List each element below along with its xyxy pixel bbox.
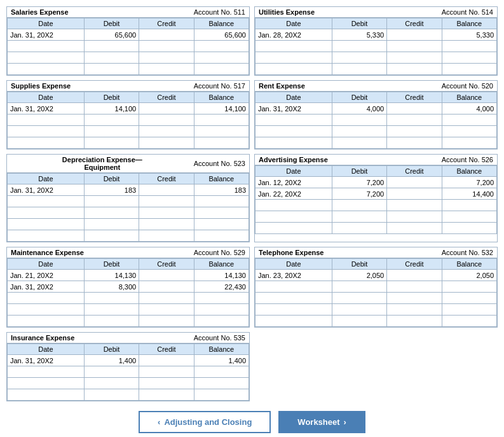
account-no-advertising: Account No. 526 bbox=[442, 156, 493, 163]
col-debit: Debit bbox=[332, 92, 386, 103]
ledger-supplies-expense: Supplies Expense Account No. 517 Date De… bbox=[6, 80, 250, 149]
account-title-utilities: Utilities Expense bbox=[259, 8, 315, 16]
ledger-telephone-expense: Telephone Expense Account No. 532 Date D… bbox=[254, 247, 498, 328]
navigation-bar: ‹ Adjusting and Closing Worksheet › bbox=[5, 405, 499, 437]
cell-balance: 14,130 bbox=[194, 270, 249, 281]
cell-debit: 183 bbox=[84, 184, 139, 196]
cell-debit: 1,400 bbox=[84, 355, 139, 366]
cell-debit: 65,600 bbox=[84, 29, 139, 41]
col-credit: Credit bbox=[387, 166, 442, 177]
cell-balance: 22,430 bbox=[194, 281, 249, 293]
cell-date: Jan. 12, 20X2 bbox=[255, 177, 332, 188]
account-no-insurance: Account No. 535 bbox=[194, 334, 245, 342]
cell-debit: 2,050 bbox=[332, 270, 386, 281]
cell-credit bbox=[139, 281, 194, 293]
col-credit: Credit bbox=[139, 174, 194, 184]
account-header-utilities: Utilities Expense Account No. 514 bbox=[255, 7, 497, 18]
col-date: Date bbox=[255, 18, 332, 29]
ledger-insurance-expense: Insurance Expense Account No. 535 Date D… bbox=[6, 332, 250, 401]
table-row: Jan. 12, 20X2 7,200 7,200 bbox=[255, 177, 497, 188]
col-date: Date bbox=[8, 18, 85, 29]
ledger-advertising-expense: Advertising Expense Account No. 526 Date… bbox=[254, 154, 498, 242]
table-row bbox=[255, 281, 497, 293]
next-button[interactable]: Worksheet › bbox=[278, 411, 365, 433]
table-row bbox=[8, 378, 249, 389]
cell-credit bbox=[139, 270, 194, 281]
col-credit: Credit bbox=[387, 18, 442, 29]
account-header-supplies: Supplies Expense Account No. 517 bbox=[7, 81, 249, 92]
col-debit: Debit bbox=[84, 259, 139, 270]
cell-debit: 5,330 bbox=[332, 29, 386, 41]
table-row bbox=[8, 389, 249, 401]
account-no-salaries: Account No. 511 bbox=[194, 8, 245, 16]
table-row bbox=[8, 126, 249, 137]
col-credit: Credit bbox=[387, 259, 442, 270]
col-balance: Balance bbox=[442, 259, 496, 270]
account-title-depreciation: Depreciation Expense—Equipment bbox=[11, 156, 194, 171]
account-title-rent: Rent Expense bbox=[259, 82, 305, 90]
account-header-telephone: Telephone Expense Account No. 532 bbox=[255, 247, 497, 258]
account-header-salaries: Salaries Expense Account No. 511 bbox=[7, 7, 249, 18]
cell-balance: 183 bbox=[194, 184, 249, 196]
account-no-supplies: Account No. 517 bbox=[194, 82, 245, 90]
account-header-insurance: Insurance Expense Account No. 535 bbox=[7, 333, 249, 343]
table-row bbox=[8, 230, 249, 242]
empty-placeholder bbox=[253, 331, 499, 403]
table-row bbox=[8, 316, 249, 327]
prev-button[interactable]: ‹ Adjusting and Closing bbox=[139, 411, 271, 433]
cell-credit bbox=[387, 188, 442, 200]
col-debit: Debit bbox=[332, 166, 386, 177]
cell-debit: 7,200 bbox=[332, 188, 386, 200]
cell-debit: 14,100 bbox=[84, 103, 139, 114]
col-debit: Debit bbox=[332, 18, 386, 29]
col-date: Date bbox=[8, 174, 85, 184]
col-date: Date bbox=[8, 92, 85, 103]
col-date: Date bbox=[255, 166, 332, 177]
cell-debit: 4,000 bbox=[332, 103, 386, 114]
table-row: Jan. 31, 20X2 65,600 65,600 bbox=[8, 29, 249, 41]
cell-credit bbox=[139, 184, 194, 196]
table-row: Jan. 28, 20X2 5,330 5,330 bbox=[255, 29, 497, 41]
cell-date: Jan. 31, 20X2 bbox=[8, 103, 85, 114]
prev-arrow-icon: ‹ bbox=[158, 417, 160, 427]
table-row: Jan. 31, 20X2 183 183 bbox=[8, 184, 249, 196]
cell-credit bbox=[139, 355, 194, 366]
table-row: Jan. 31, 20X2 4,000 4,000 bbox=[255, 103, 497, 114]
cell-balance: 4,000 bbox=[442, 103, 496, 114]
account-no-depreciation: Account No. 523 bbox=[194, 160, 245, 167]
account-title-insurance: Insurance Expense bbox=[11, 334, 74, 342]
col-date: Date bbox=[8, 259, 85, 270]
table-row bbox=[8, 64, 249, 75]
table-row: Jan. 23, 20X2 2,050 2,050 bbox=[255, 270, 497, 281]
col-credit: Credit bbox=[139, 92, 194, 103]
table-row bbox=[255, 211, 497, 223]
account-title-supplies: Supplies Expense bbox=[11, 82, 71, 90]
cell-date: Jan. 31, 20X2 bbox=[8, 355, 85, 366]
table-row bbox=[255, 137, 497, 149]
account-header-rent: Rent Expense Account No. 520 bbox=[255, 81, 497, 92]
cell-date: Jan. 31, 20X2 bbox=[8, 29, 85, 41]
cell-date: Jan. 23, 20X2 bbox=[255, 270, 332, 281]
ledger-utilities-expense: Utilities Expense Account No. 514 Date D… bbox=[254, 6, 498, 76]
table-row bbox=[255, 64, 497, 75]
ledger-rent-expense: Rent Expense Account No. 520 Date Debit … bbox=[254, 80, 498, 149]
table-row bbox=[8, 114, 249, 126]
account-header-maintenance: Maintenance Expense Account No. 529 bbox=[7, 247, 249, 258]
col-debit: Debit bbox=[84, 18, 139, 29]
cell-debit: 8,300 bbox=[84, 281, 139, 293]
cell-date: Jan. 22, 20X2 bbox=[255, 188, 332, 200]
next-arrow-icon: › bbox=[344, 417, 346, 427]
table-row bbox=[8, 293, 249, 304]
account-no-maintenance: Account No. 529 bbox=[194, 249, 245, 256]
next-button-label: Worksheet bbox=[297, 417, 339, 427]
table-row bbox=[8, 196, 249, 207]
cell-balance: 5,330 bbox=[442, 29, 496, 41]
cell-credit bbox=[387, 103, 442, 114]
col-debit: Debit bbox=[84, 92, 139, 103]
account-header-depreciation: Depreciation Expense—Equipment Account N… bbox=[7, 155, 249, 173]
table-row bbox=[255, 52, 497, 64]
cell-debit: 14,130 bbox=[84, 270, 139, 281]
table-row bbox=[255, 304, 497, 316]
table-row bbox=[255, 114, 497, 126]
col-balance: Balance bbox=[442, 92, 496, 103]
